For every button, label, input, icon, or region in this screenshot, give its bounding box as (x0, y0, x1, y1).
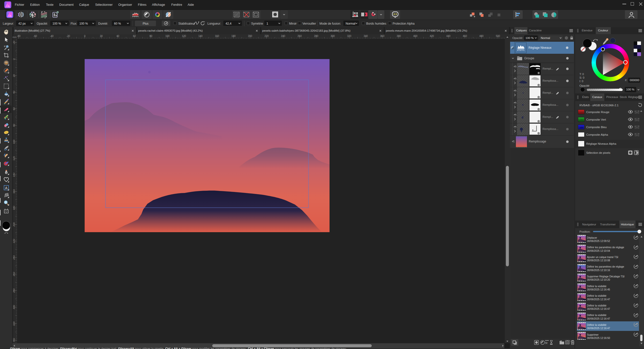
svg-text:320: 320 (347, 35, 351, 37)
svg-text:20: 20 (13, 74, 15, 77)
svg-text:360: 360 (380, 35, 385, 37)
svg-text:220: 220 (13, 239, 15, 243)
svg-text:40: 40 (13, 91, 15, 94)
svg-text:-60: -60 (33, 35, 37, 37)
svg-text:140: 140 (198, 35, 203, 37)
svg-text:460: 460 (463, 35, 467, 37)
svg-text:200: 200 (248, 35, 252, 37)
svg-text:220: 220 (264, 35, 269, 37)
svg-text:420: 420 (430, 35, 434, 37)
svg-text:340: 340 (364, 35, 368, 37)
svg-text:0: 0 (84, 35, 86, 37)
svg-text:280: 280 (314, 35, 318, 37)
svg-text:140: 140 (13, 173, 15, 177)
svg-text:-20: -20 (66, 35, 70, 37)
svg-text:320: 320 (13, 322, 15, 326)
svg-text:400: 400 (413, 35, 417, 37)
svg-text:100: 100 (165, 35, 170, 37)
svg-text:40: 40 (117, 35, 120, 37)
svg-text:80: 80 (149, 35, 152, 37)
svg-text:340: 340 (13, 338, 15, 342)
svg-text:380: 380 (397, 35, 401, 37)
svg-text:160: 160 (215, 35, 219, 37)
svg-text:440: 440 (446, 35, 451, 37)
svg-text:60: 60 (133, 35, 136, 37)
svg-text:300: 300 (331, 35, 335, 37)
svg-text:300: 300 (13, 305, 15, 309)
svg-text:500: 500 (496, 35, 500, 37)
svg-text:480: 480 (479, 35, 484, 37)
svg-text:60: 60 (13, 107, 15, 110)
svg-text:-80: -80 (17, 35, 21, 37)
svg-text:260: 260 (298, 35, 302, 37)
svg-text:A: A (5, 186, 8, 190)
svg-text:200: 200 (13, 222, 15, 227)
svg-text:240: 240 (13, 255, 15, 260)
svg-text:260: 260 (13, 272, 15, 276)
svg-text:-20: -20 (13, 41, 15, 44)
svg-text:180: 180 (13, 206, 15, 210)
svg-text:160: 160 (13, 189, 15, 193)
svg-text:180: 180 (231, 35, 236, 37)
svg-text:80: 80 (13, 124, 15, 127)
svg-text:280: 280 (13, 288, 15, 293)
svg-text:100: 100 (13, 140, 15, 144)
svg-text:0: 0 (13, 58, 15, 60)
svg-text:-40: -40 (50, 35, 54, 37)
svg-text:120: 120 (182, 35, 186, 37)
svg-text:240: 240 (281, 35, 285, 37)
svg-text:20: 20 (100, 35, 103, 37)
svg-text:120: 120 (13, 156, 15, 161)
